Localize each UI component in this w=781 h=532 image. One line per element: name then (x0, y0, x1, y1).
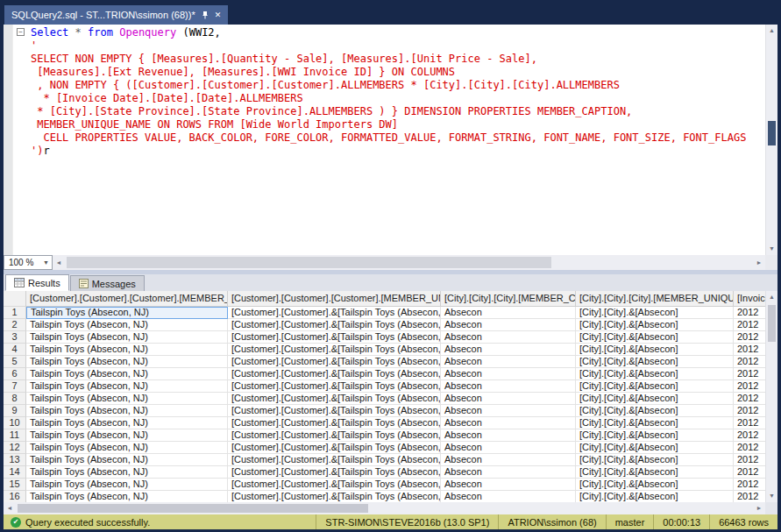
grid-cell[interactable]: 2012 (734, 344, 765, 356)
row-number[interactable]: 11 (4, 429, 26, 442)
grid-cell[interactable]: [City].[City].&[Absecon] (576, 405, 734, 417)
grid-cell[interactable]: [City].[City].&[Absecon] (576, 454, 734, 466)
table-row[interactable]: 7Tailspin Toys (Absecon, NJ)[Customer].[… (4, 380, 765, 393)
grid-cell[interactable]: 2012 (734, 429, 765, 442)
grid-cell[interactable]: Absecon (441, 319, 576, 331)
row-number[interactable]: 9 (4, 405, 26, 417)
grid-corner[interactable] (4, 291, 26, 307)
grid-cell[interactable]: Tailspin Toys (Absecon, NJ) (26, 380, 228, 393)
grid-cell[interactable]: [City].[City].&[Absecon] (576, 466, 734, 479)
grid-cell[interactable]: [Customer].[Customer].&[Tailspin Toys (A… (228, 466, 441, 479)
editor-horizontal-scrollbar[interactable]: ◄ ► (53, 255, 765, 270)
table-row[interactable]: 5Tailspin Toys (Absecon, NJ)[Customer].[… (4, 356, 765, 368)
row-number[interactable]: 2 (4, 319, 26, 331)
grid-cell[interactable]: Tailspin Toys (Absecon, NJ) (26, 393, 228, 405)
sql-editor[interactable]: − Select * from Openquery (WWI2,'SELECT … (4, 25, 777, 255)
grid-cell[interactable]: [Customer].[Customer].&[Tailspin Toys (A… (228, 479, 441, 491)
editor-hscrollbar-thumb[interactable] (67, 257, 551, 268)
grid-cell[interactable]: [City].[City].&[Absecon] (576, 429, 734, 442)
row-number[interactable]: 4 (4, 344, 26, 356)
column-header[interactable]: [Invoice Date].[Date].[Date].[MEMBER_CAP… (734, 291, 765, 307)
column-header[interactable]: [City].[City].[City].[MEMBER_UNIQUE_NAME… (576, 291, 734, 307)
grid-cell[interactable]: Absecon (441, 429, 576, 442)
grid-cell[interactable]: [City].[City].&[Absecon] (576, 393, 734, 405)
grid-cell[interactable]: 2012 (734, 356, 765, 368)
grid-cell[interactable]: Tailspin Toys (Absecon, NJ) (26, 479, 228, 491)
grid-cell[interactable]: [Customer].[Customer].&[Tailspin Toys (A… (228, 454, 441, 466)
grid-cell[interactable]: [City].[City].&[Absecon] (576, 331, 734, 344)
table-row[interactable]: 9Tailspin Toys (Absecon, NJ)[Customer].[… (4, 405, 765, 417)
grid-cell[interactable]: [City].[City].&[Absecon] (576, 307, 734, 319)
grid-hscrollbar-thumb[interactable] (18, 504, 368, 513)
grid-cell[interactable]: Tailspin Toys (Absecon, NJ) (26, 319, 228, 331)
scroll-down-icon[interactable]: ▼ (766, 243, 777, 255)
grid-cell[interactable]: 2012 (734, 331, 765, 344)
grid-cell[interactable]: Absecon (441, 442, 576, 454)
close-icon[interactable]: ✕ (215, 11, 222, 19)
tab-results[interactable]: Results (5, 274, 69, 291)
grid-cell[interactable]: Absecon (441, 368, 576, 380)
tab-messages[interactable]: Messages (70, 275, 145, 291)
scroll-down-icon[interactable]: ▼ (766, 490, 777, 502)
scroll-left-icon[interactable]: ◄ (4, 502, 16, 514)
grid-cell[interactable]: Tailspin Toys (Absecon, NJ) (26, 405, 228, 417)
grid-cell[interactable]: [City].[City].&[Absecon] (576, 319, 734, 331)
grid-cell[interactable]: [Customer].[Customer].&[Tailspin Toys (A… (228, 307, 441, 319)
pin-icon[interactable] (202, 11, 209, 19)
grid-cell[interactable]: 2012 (734, 466, 765, 479)
grid-cell[interactable]: Tailspin Toys (Absecon, NJ) (26, 331, 228, 344)
grid-cell[interactable]: 2012 (734, 405, 765, 417)
grid-cell[interactable]: 2012 (734, 417, 765, 429)
table-row[interactable]: 3Tailspin Toys (Absecon, NJ)[Customer].[… (4, 331, 765, 344)
row-number[interactable]: 12 (4, 442, 26, 454)
scroll-up-icon[interactable]: ▲ (766, 25, 777, 37)
grid-cell[interactable]: 2012 (734, 479, 765, 491)
row-number[interactable]: 3 (4, 331, 26, 344)
scroll-right-icon[interactable]: ► (753, 502, 765, 514)
grid-cell[interactable]: 2012 (734, 368, 765, 380)
grid-cell[interactable]: [City].[City].&[Absecon] (576, 380, 734, 393)
table-row[interactable]: 1Tailspin Toys (Absecon, NJ)[Customer].[… (4, 307, 765, 319)
grid-cell[interactable]: [City].[City].&[Absecon] (576, 442, 734, 454)
row-number[interactable]: 7 (4, 380, 26, 393)
row-number[interactable]: 1 (4, 307, 26, 319)
grid-cell[interactable]: [Customer].[Customer].&[Tailspin Toys (A… (228, 491, 441, 502)
grid-cell[interactable]: Tailspin Toys (Absecon, NJ) (26, 368, 228, 380)
grid-cell[interactable]: Tailspin Toys (Absecon, NJ) (26, 491, 228, 502)
results-grid[interactable]: [Customer].[Customer].[Customer].[MEMBER… (4, 291, 777, 502)
grid-cell[interactable]: Tailspin Toys (Absecon, NJ) (26, 307, 228, 319)
grid-vertical-scrollbar[interactable]: ▲ ▼ (765, 291, 777, 502)
grid-cell[interactable]: [City].[City].&[Absecon] (576, 356, 734, 368)
row-number[interactable]: 15 (4, 479, 26, 491)
grid-cell[interactable]: Tailspin Toys (Absecon, NJ) (26, 466, 228, 479)
column-header[interactable]: [Customer].[Customer].[Customer].[MEMBER… (26, 291, 228, 307)
table-row[interactable]: 6Tailspin Toys (Absecon, NJ)[Customer].[… (4, 368, 765, 380)
grid-cell[interactable]: Tailspin Toys (Absecon, NJ) (26, 344, 228, 356)
row-number[interactable]: 16 (4, 491, 26, 502)
table-row[interactable]: 10Tailspin Toys (Absecon, NJ)[Customer].… (4, 417, 765, 429)
row-number[interactable]: 5 (4, 356, 26, 368)
grid-cell[interactable]: 2012 (734, 380, 765, 393)
row-number[interactable]: 6 (4, 368, 26, 380)
grid-cell[interactable]: [Customer].[Customer].&[Tailspin Toys (A… (228, 393, 441, 405)
grid-cell[interactable]: 2012 (734, 454, 765, 466)
grid-cell[interactable]: Absecon (441, 331, 576, 344)
grid-cell[interactable]: Absecon (441, 405, 576, 417)
grid-cell[interactable]: Absecon (441, 479, 576, 491)
editor-vertical-scrollbar[interactable]: ▲ ▼ (765, 25, 777, 255)
grid-cell[interactable]: [Customer].[Customer].&[Tailspin Toys (A… (228, 319, 441, 331)
table-row[interactable]: 13Tailspin Toys (Absecon, NJ)[Customer].… (4, 454, 765, 466)
grid-cell[interactable]: Tailspin Toys (Absecon, NJ) (26, 356, 228, 368)
table-row[interactable]: 4Tailspin Toys (Absecon, NJ)[Customer].[… (4, 344, 765, 356)
grid-cell[interactable]: Tailspin Toys (Absecon, NJ) (26, 442, 228, 454)
grid-cell[interactable]: [Customer].[Customer].&[Tailspin Toys (A… (228, 344, 441, 356)
row-number[interactable]: 10 (4, 417, 26, 429)
grid-cell[interactable]: [City].[City].&[Absecon] (576, 368, 734, 380)
grid-scrollbar-thumb[interactable] (768, 305, 776, 342)
grid-cell[interactable]: Absecon (441, 307, 576, 319)
row-number[interactable]: 13 (4, 454, 26, 466)
grid-cell[interactable]: Tailspin Toys (Absecon, NJ) (26, 429, 228, 442)
table-row[interactable]: 15Tailspin Toys (Absecon, NJ)[Customer].… (4, 479, 765, 491)
grid-cell[interactable]: [Customer].[Customer].&[Tailspin Toys (A… (228, 442, 441, 454)
grid-cell[interactable]: 2012 (734, 307, 765, 319)
